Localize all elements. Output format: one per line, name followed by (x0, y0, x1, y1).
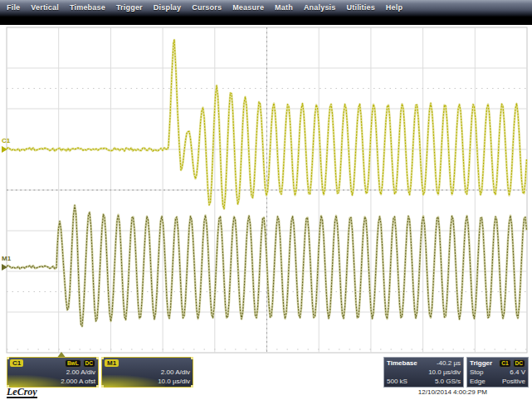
scope-canvas[interactable] (0, 25, 532, 357)
c1-dc-badge: DC (83, 359, 95, 368)
timestamp: 12/10/2014 4:00:29 PM (382, 388, 487, 396)
corner-handle (191, 357, 193, 359)
corner-handle (101, 357, 104, 359)
trigger-c1-badge: C1 (499, 359, 510, 368)
menu-item-help[interactable]: Help (386, 3, 403, 12)
c1-trace-label[interactable]: C1 (2, 138, 10, 144)
menu-item-trigger[interactable]: Trigger (116, 3, 143, 12)
trigger-badges: C1DC (497, 359, 525, 368)
menu-item-file[interactable]: File (7, 3, 20, 12)
corner-handle (191, 385, 193, 388)
timebase-title: Timebase (387, 359, 417, 368)
menu-bar: FileVerticalTimebaseTriggerDisplayCursor… (0, 0, 532, 25)
corner-handle (101, 385, 104, 388)
oscilloscope-screen: FileVerticalTimebaseTriggerDisplayCursor… (0, 0, 532, 400)
c1-bwl-badge: BwL (65, 359, 81, 368)
m1-vertical-scale: 2.00 A/div (161, 368, 190, 377)
c1-badges: BwLDC (63, 359, 95, 368)
timebase-rate: 5.0 GS/s (435, 377, 461, 386)
c1-descriptor-box[interactable]: C1 BwLDC 2.00 A/div 2.000 A ofst (7, 357, 99, 388)
trigger-slope: Positive (502, 377, 525, 386)
lecroy-logo: LeCroy (7, 387, 37, 398)
m1-descriptor-box[interactable]: M1 2.00 A/div 10.0 µs/div (101, 357, 193, 388)
timebase-samples: 500 kS (387, 377, 408, 386)
menu-item-analysis[interactable]: Analysis (304, 3, 336, 12)
trigger-box[interactable]: Trigger C1DC Stop 6.4 V Edge Positive (466, 357, 529, 388)
menu-item-measure[interactable]: Measure (232, 3, 264, 12)
timebase-scale: 10.0 µs/div (428, 368, 461, 377)
menu-item-vertical[interactable]: Vertical (31, 3, 59, 12)
timebase-box[interactable]: Timebase -40.2 µs 10.0 µs/div 500 kS 5.0… (383, 357, 464, 388)
corner-handle (7, 357, 9, 359)
menu-items: FileVerticalTimebaseTriggerDisplayCursor… (0, 0, 532, 12)
c1-vertical-scale: 2.00 A/div (66, 368, 95, 377)
corner-handle (96, 385, 99, 388)
menu-item-utilities[interactable]: Utilities (347, 3, 375, 12)
corner-handle (96, 357, 99, 359)
c1-offset: 2.000 A ofst (61, 377, 95, 386)
trigger-dc-badge: DC (513, 359, 525, 368)
timebase-delay: -40.2 µs (437, 359, 461, 368)
trigger-mode: Stop (470, 368, 483, 377)
c1-channel-tag: C1 (10, 359, 23, 367)
menu-item-cursors[interactable]: Cursors (192, 3, 222, 12)
trigger-title: Trigger (470, 359, 492, 368)
trigger-type: Edge (470, 377, 486, 386)
menu-item-display[interactable]: Display (154, 3, 181, 12)
m1-trace-label[interactable]: M1 (2, 256, 11, 262)
m1-channel-tag: M1 (105, 359, 119, 367)
m1-horizontal-scale: 10.0 µs/div (158, 377, 190, 386)
waveform-display: C1 M1 (0, 25, 532, 357)
trigger-level: 6.4 V (510, 368, 525, 377)
menu-item-timebase[interactable]: Timebase (70, 3, 105, 12)
menu-item-math[interactable]: Math (275, 3, 293, 12)
